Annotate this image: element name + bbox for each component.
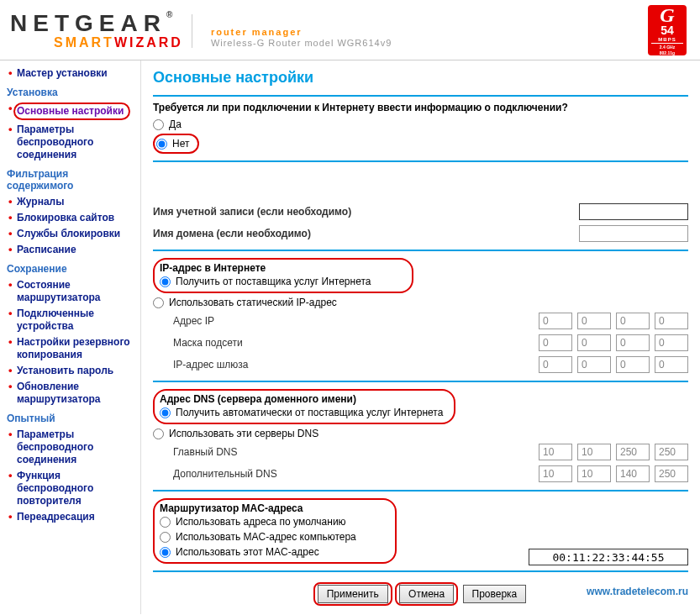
- sidebar-item[interactable]: Журналы: [7, 194, 137, 210]
- ip-static-radio[interactable]: [153, 297, 164, 308]
- apply-button[interactable]: Применить: [318, 585, 388, 603]
- ip-dynamic-radio[interactable]: [160, 276, 171, 287]
- gw-1[interactable]: [539, 356, 572, 373]
- dnss-3[interactable]: [616, 465, 650, 482]
- mac-default-radio[interactable]: [160, 517, 171, 528]
- ip-addr-4[interactable]: [655, 313, 688, 329]
- login-no-radio[interactable]: [156, 139, 167, 150]
- dnsp-2[interactable]: [577, 444, 611, 460]
- button-row: Применить Отмена Проверка www.tradetelec…: [153, 582, 688, 606]
- mac-default-label: Использовать адреса по умолчанию: [176, 516, 346, 528]
- sidebar-item[interactable]: Состояние маршрутизатора: [7, 277, 137, 306]
- sidebar-item[interactable]: Мастер установки: [7, 66, 137, 81]
- sidebar-item[interactable]: Расписание: [7, 242, 137, 258]
- test-button[interactable]: Проверка: [463, 585, 527, 603]
- mask-1[interactable]: [539, 334, 572, 351]
- dnss-2[interactable]: [577, 465, 611, 482]
- gw-3[interactable]: [616, 356, 650, 373]
- gw-2[interactable]: [577, 356, 611, 373]
- mac-custom-radio[interactable]: [160, 547, 171, 558]
- dnss-4[interactable]: [655, 465, 688, 482]
- login-yes-radio[interactable]: [153, 119, 164, 130]
- mask-3[interactable]: [616, 334, 650, 351]
- ip-addr-2[interactable]: [577, 313, 611, 329]
- mask-2[interactable]: [577, 334, 611, 351]
- sidebar-item[interactable]: Параметры беспроводного соединения: [7, 427, 137, 468]
- ip-addr-inputs: [539, 313, 688, 329]
- dns-manual-radio[interactable]: [153, 428, 164, 439]
- sidebar-item[interactable]: Службы блокировки: [7, 226, 137, 242]
- sidebar-item[interactable]: Параметры беспроводного соединения: [7, 122, 137, 163]
- sidebar-item[interactable]: Обновление маршрутизатора: [7, 379, 137, 407]
- tagline-area: router manager Wireless-G Router model W…: [211, 27, 392, 48]
- sidebar-item[interactable]: Подключенные устройства: [7, 306, 137, 334]
- page-title: Основные настройки: [153, 69, 688, 87]
- dnsp-1[interactable]: [539, 444, 572, 460]
- gateway-label: IP-адрес шлюза: [153, 359, 539, 371]
- sidebar-item[interactable]: Настройки резервного копирования: [7, 334, 137, 363]
- sidebar-item[interactable]: Установить пароль: [7, 363, 137, 379]
- account-label: Имя учетной записи (если необходимо): [153, 206, 579, 218]
- header-divider: [192, 14, 192, 48]
- dnsp-4[interactable]: [655, 444, 688, 460]
- footer-link[interactable]: www.tradetelecom.ru: [587, 586, 688, 597]
- logo-area: NETGEAR® SMARTWIZARD: [10, 10, 183, 50]
- mac-computer-radio[interactable]: [160, 532, 171, 543]
- cancel-button[interactable]: Отмена: [399, 585, 454, 603]
- domain-label: Имя домена (если необходимо): [153, 228, 579, 239]
- domain-input[interactable]: [579, 225, 688, 242]
- login-yes-label: Да: [169, 118, 182, 130]
- mac-computer-label: Использовать MAC-адрес компьютера: [176, 531, 356, 543]
- login-question: Требуется ли при подключении к Интернету…: [153, 102, 688, 113]
- content-area: Основные настройки Требуется ли при подк…: [141, 60, 700, 614]
- brand-logo: NETGEAR®: [10, 10, 183, 37]
- dns-section-title: Адрес DNS (сервера доменного имени): [160, 393, 449, 405]
- ip-dynamic-label: Получить от поставщика услуг Интернета: [176, 276, 371, 287]
- ip-addr-label: Адрес IP: [153, 315, 539, 327]
- header: NETGEAR® SMARTWIZARD router manager Wire…: [0, 0, 700, 60]
- sidebar-item[interactable]: Основные настройки: [7, 101, 137, 122]
- ip-static-label: Использовать статический IP-адрес: [169, 297, 337, 308]
- gw-4[interactable]: [655, 356, 688, 373]
- tagline-2: Wireless-G Router model WGR614v9: [211, 38, 392, 48]
- mac-input[interactable]: [529, 549, 688, 565]
- login-no-label: Нет: [172, 138, 189, 150]
- mask-4[interactable]: [655, 334, 688, 351]
- sidebar-section-header: Опытный: [7, 413, 137, 424]
- tagline-1: router manager: [211, 27, 392, 37]
- sidebar-section-header: Сохранение: [7, 263, 137, 275]
- sidebar-item[interactable]: Переадресация: [7, 509, 137, 525]
- dnsp-3[interactable]: [616, 444, 650, 460]
- mac-section-title: Маршрутизатор MAC-адреса: [160, 502, 390, 514]
- ip-addr-3[interactable]: [616, 313, 650, 329]
- sidebar-section-header: Установка: [7, 87, 137, 98]
- sidebar-item[interactable]: Блокировка сайтов: [7, 210, 137, 226]
- dns-secondary-label: Дополнительный DNS: [153, 468, 539, 480]
- dns-primary-label: Главный DNS: [153, 446, 539, 458]
- mac-custom-label: Использовать этот MAC-адрес: [176, 546, 319, 558]
- product-name: SMARTWIZARD: [54, 35, 183, 50]
- ip-addr-1[interactable]: [539, 313, 572, 329]
- sidebar-item[interactable]: Функция беспроводного повторителя: [7, 468, 137, 509]
- account-input[interactable]: [579, 203, 688, 220]
- sidebar-section-header: Фильтрация содержимого: [7, 168, 137, 192]
- dnss-1[interactable]: [539, 465, 572, 482]
- sidebar: Мастер установкиУстановкаОсновные настро…: [0, 60, 141, 614]
- ip-section-title: IP-адрес в Интернете: [160, 262, 407, 274]
- dns-manual-label: Использовать эти серверы DNS: [169, 428, 318, 439]
- dns-auto-label: Получить автоматически от поставщика усл…: [176, 407, 443, 418]
- dns-auto-radio[interactable]: [160, 407, 171, 418]
- subnet-label: Маска подсети: [153, 337, 539, 349]
- wireless-g-badge: G 54 MBPS 2.4 GHz 802.11g: [648, 5, 687, 55]
